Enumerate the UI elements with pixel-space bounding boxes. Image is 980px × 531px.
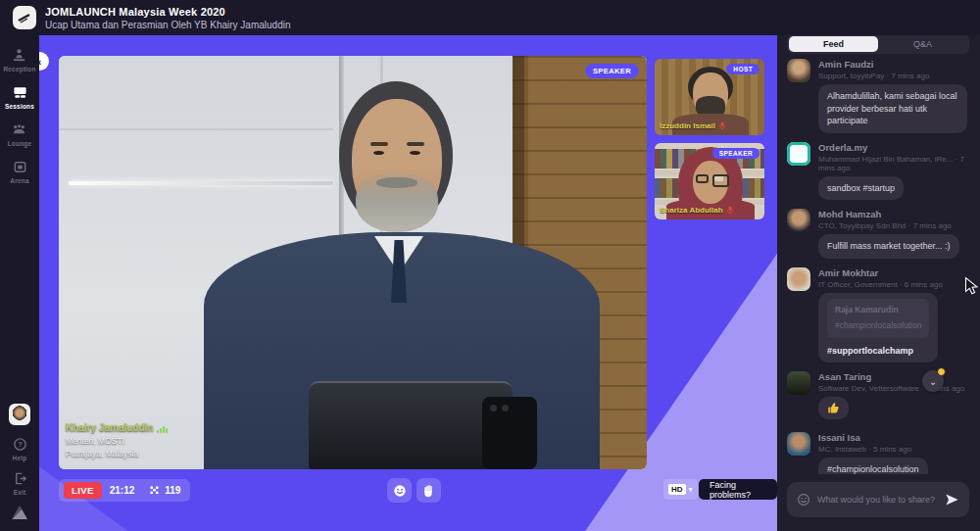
muted-mic-icon	[718, 121, 726, 130]
arena-icon	[13, 160, 27, 174]
muted-mic-icon	[726, 206, 734, 215]
scroll-to-latest-button[interactable]: ⌄	[922, 370, 944, 392]
speaker-video-thumbnail[interactable]: SPEAKER Shariza Abdullah	[655, 143, 764, 219]
smiley-icon	[393, 484, 407, 498]
emoji-reaction-button[interactable]	[387, 478, 412, 503]
live-badge: LIVE	[64, 482, 102, 499]
stream-stats-pill: LIVE 21:12 119	[59, 479, 190, 502]
raise-hand-button[interactable]	[416, 478, 441, 503]
hd-quality-label: HD	[668, 484, 686, 495]
avatar	[787, 142, 810, 166]
session-subtitle: Ucap Utama dan Perasmian Oleh YB Khairy …	[45, 20, 291, 30]
avatar	[787, 371, 810, 395]
chat-message: Asan Taring Software Dev, Vettersoftware…	[787, 371, 975, 423]
chat-input-box	[787, 482, 969, 517]
sessions-icon	[13, 85, 27, 100]
tab-feed[interactable]: Feed	[789, 36, 878, 52]
lounge-icon	[12, 122, 26, 137]
viewer-count: 119	[165, 485, 180, 496]
stream-timer: 21:12	[110, 485, 135, 496]
sidebar-item-help[interactable]: ? Help	[13, 437, 27, 461]
chat-message-list[interactable]: Amin Faudzi Support, toyyibPay · 7 mins …	[787, 59, 975, 474]
avatar	[787, 59, 810, 82]
send-icon[interactable]	[945, 493, 959, 507]
tab-qa[interactable]: Q&A	[878, 36, 967, 52]
thumbs-up-emoji	[818, 397, 849, 419]
avatar	[787, 267, 810, 291]
chevron-down-icon: ⌄	[929, 376, 937, 387]
app-root: JOMLAUNCH Malaysia Week 2020 Ucap Utama …	[0, 0, 980, 531]
speaker-role-badge: SPEAKER	[585, 64, 639, 78]
sidebar-item-lounge[interactable]: Lounge	[8, 122, 32, 147]
quality-selector[interactable]: HD ▾	[663, 479, 698, 500]
sidebar-item-sessions[interactable]: Sessions	[5, 85, 34, 110]
quoted-message: Raja Kamarudin #championlocalsolution	[827, 299, 929, 338]
platform-logo-icon	[12, 506, 27, 519]
left-sidebar: Reception Sessions Lounge Arena ?	[0, 35, 39, 531]
svg-text:?: ?	[18, 440, 23, 449]
host-badge: HOST	[726, 64, 760, 74]
chat-panel: Feed Q&A Amin Faudzi Support, toyyibPay …	[777, 0, 980, 531]
connection-signal-icon	[157, 426, 168, 433]
help-icon: ?	[13, 437, 27, 452]
speaker-location: Putrajaya, Malaysia	[66, 449, 168, 459]
sidebar-item-arena[interactable]: Arena	[10, 160, 28, 184]
feed-qa-switcher: Feed Q&A	[787, 34, 969, 54]
avatar	[787, 209, 810, 232]
reception-icon	[12, 48, 26, 63]
host-video-thumbnail[interactable]: HOST Izzuddin Ismail	[655, 59, 764, 135]
main-speaker-video: SPEAKER Khairy Jamaluddin Menteri, MOSTI…	[59, 56, 647, 469]
session-stage: ‹ SPEAKER Khairy	[39, 35, 777, 531]
event-title: JOMLAUNCH Malaysia Week 2020	[45, 6, 291, 18]
speaker-role: Menteri, MOSTI	[66, 436, 168, 446]
jomlaunch-logo-icon	[17, 10, 32, 25]
speaker-name: Khairy Jamaluddin	[66, 422, 153, 433]
chat-message: Mohd Hamzah CTO, Toyyibpay Sdn Bhd · 7 m…	[787, 209, 975, 259]
event-header: JOMLAUNCH Malaysia Week 2020 Ucap Utama …	[0, 0, 980, 35]
speaker-name-block: Khairy Jamaluddin Menteri, MOSTI Putraja…	[66, 422, 168, 459]
raised-hand-icon	[422, 484, 435, 498]
sidebar-item-exit[interactable]: Exit	[13, 471, 27, 496]
exit-icon	[13, 471, 27, 486]
avatar	[787, 432, 810, 456]
chat-message-input[interactable]	[817, 495, 938, 505]
chat-message: Amir Mokhtar IT Officer, Government · 6 …	[787, 267, 975, 362]
event-logo	[13, 6, 36, 29]
chat-message: Amin Faudzi Support, toyyibPay · 7 mins …	[787, 59, 975, 133]
speaker2-name: Shariza Abdullah	[660, 206, 723, 215]
host-name: Izzuddin Ismail	[660, 121, 715, 130]
new-message-dot	[937, 367, 946, 376]
sidebar-item-reception[interactable]: Reception	[3, 48, 35, 72]
chevron-down-icon: ▾	[689, 485, 693, 494]
emoji-picker-icon[interactable]	[797, 493, 810, 507]
my-profile-avatar[interactable]	[9, 404, 30, 425]
chat-message: Orderla.my Muhammad Hijazi Bin Bahaman, …	[787, 142, 975, 201]
facing-problems-button[interactable]: Facing problems?	[699, 479, 777, 500]
speaker-badge: SPEAKER	[712, 148, 760, 159]
chat-message: Issani Isa MC, Instaweb · 5 mins ago #ch…	[787, 432, 975, 474]
viewers-icon	[148, 485, 161, 496]
back-button[interactable]: ‹	[39, 52, 49, 71]
